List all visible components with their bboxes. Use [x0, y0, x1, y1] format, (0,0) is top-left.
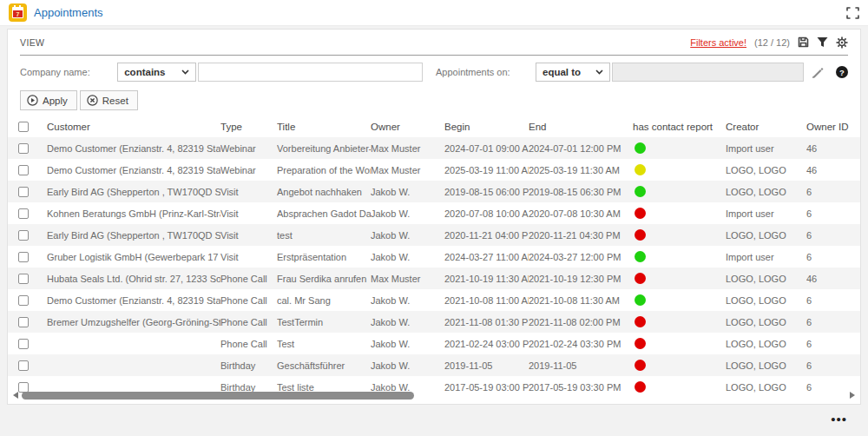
horizontal-scrollbar-thumb[interactable] — [22, 392, 414, 400]
cell-end: 2021-11-08 02:00 PM — [529, 317, 633, 327]
contact-report-status-dot — [635, 208, 646, 219]
more-menu-icon[interactable]: ••• — [831, 413, 847, 426]
cell-owner-id: 6 — [806, 230, 854, 241]
reset-button[interactable]: Reset — [80, 90, 138, 110]
cell-owner-id: 6 — [806, 252, 854, 262]
calendar-day-number: 7 — [13, 10, 23, 17]
contact-report-status-dot — [635, 294, 646, 306]
cell-end: 2024-03-27 12:00 PM — [529, 252, 633, 262]
table-row[interactable]: Early Bird AG (Shepperton , TW170QD Surr… — [8, 224, 860, 246]
select-all-checkbox[interactable] — [18, 122, 29, 132]
x-circle-icon — [87, 95, 98, 106]
cell-begin: 2024-03-27 11:00 AM — [444, 252, 529, 262]
cell-begin: 2021-10-08 11:00 AM — [444, 295, 529, 306]
cell-type: Birthday — [220, 360, 277, 371]
company-operator-select[interactable]: contains — [117, 63, 195, 82]
table-row[interactable]: Hubata Seals Ltd. (Ohrid str. 27, 1233 S… — [8, 268, 860, 289]
table-row[interactable]: Phone Call Test Jakob W. 2021-02-24 03:0… — [8, 333, 860, 354]
appointments-operator-select[interactable]: equal to — [536, 63, 610, 82]
row-checkbox[interactable] — [18, 143, 29, 154]
contact-report-status-dot — [635, 186, 646, 197]
page-title[interactable]: Appointments — [34, 6, 103, 19]
cell-type: Webinar — [220, 165, 277, 175]
col-header-end[interactable]: End — [529, 122, 633, 132]
cell-begin: 2020-11-21 04:00 PM — [444, 230, 529, 241]
contact-report-status-dot — [635, 338, 646, 349]
cell-owner-id: 46 — [806, 274, 854, 284]
row-checkbox[interactable] — [18, 165, 29, 175]
calendar-glyph: 7 — [12, 7, 23, 18]
row-checkbox[interactable] — [18, 295, 29, 306]
cell-customer: Kohnen Beratungs GmbH (Prinz-Karl-Straße… — [47, 208, 220, 219]
appointments-panel: VIEW Filters active! (12 / 12) — [7, 29, 861, 405]
col-header-owner[interactable]: Owner — [371, 122, 444, 132]
filter-row: Company name: contains Appointments on: … — [8, 56, 860, 87]
row-checkbox[interactable] — [18, 360, 29, 371]
row-checkbox[interactable] — [18, 317, 29, 327]
table-row[interactable]: Demo Customer (Enzianstr. 4, 82319 Starn… — [8, 137, 860, 159]
cell-customer: Bremer Umzugshelfer (Georg-Gröning-Straß… — [47, 317, 220, 327]
save-view-icon[interactable] — [798, 36, 809, 48]
cell-creator: LOGO, LOGO — [726, 230, 806, 241]
col-header-title[interactable]: Title — [277, 122, 371, 132]
table-row[interactable]: Birthday Geschäftsführer Jakob W. 2019-1… — [8, 354, 860, 376]
help-icon[interactable]: ? — [836, 66, 848, 78]
row-checkbox[interactable] — [18, 187, 29, 197]
company-operator-value: contains — [124, 67, 165, 77]
company-name-input[interactable] — [198, 63, 423, 82]
cell-owner-id: 6 — [806, 295, 854, 306]
table-row[interactable]: Demo Customer (Enzianstr. 4, 82319 Starn… — [8, 289, 860, 311]
row-checkbox[interactable] — [18, 274, 29, 284]
edit-pencil-icon[interactable] — [811, 66, 824, 79]
scroll-left-arrow-icon[interactable] — [13, 392, 18, 399]
cell-owner: Jakob W. — [371, 295, 444, 306]
play-circle-icon — [27, 95, 38, 106]
col-header-customer[interactable]: Customer — [47, 122, 220, 132]
col-header-creator[interactable]: Creator — [726, 122, 806, 132]
cell-owner-id: 46 — [806, 143, 854, 154]
col-header-type[interactable]: Type — [220, 122, 277, 132]
table-row[interactable]: Kohnen Beratungs GmbH (Prinz-Karl-Straße… — [8, 202, 860, 224]
cell-owner: Jakob W. — [371, 317, 444, 327]
cell-creator: LOGO, LOGO — [726, 317, 806, 327]
row-checkbox[interactable] — [18, 339, 29, 349]
row-checkbox[interactable] — [18, 208, 29, 219]
apply-button[interactable]: Apply — [20, 90, 77, 110]
col-header-owner-id[interactable]: Owner ID — [806, 122, 854, 132]
table-row[interactable]: Gruber Logistik GmbH (Gewerbepark 17 , 8… — [8, 246, 860, 268]
cell-customer: Gruber Logistik GmbH (Gewerbepark 17 , 8… — [47, 252, 220, 262]
cell-owner: Max Muster — [371, 143, 444, 154]
cell-begin: 2021-02-24 03:00 PM — [444, 339, 529, 349]
cell-end: 2020-11-21 04:30 PM — [529, 230, 633, 241]
cell-creator: LOGO, LOGO — [726, 339, 806, 349]
col-header-has-contact-report[interactable]: has contact report — [633, 122, 726, 132]
appointments-on-input[interactable] — [612, 63, 804, 82]
cell-customer: Hubata Seals Ltd. (Ohrid str. 27, 1233 S… — [47, 274, 220, 284]
cell-owner-id: 6 — [806, 317, 854, 327]
top-bar: 7 Appointments — [0, 0, 868, 26]
cell-title: Frau Serdika anrufen — [277, 274, 371, 284]
cell-begin: 2019-11-05 — [444, 360, 529, 371]
cell-creator: LOGO, LOGO — [726, 187, 806, 197]
settings-gear-icon[interactable] — [836, 36, 848, 49]
row-checkbox[interactable] — [18, 230, 29, 241]
horizontal-scrollbar-track[interactable] — [22, 392, 838, 400]
cell-title: TestTermin — [277, 317, 371, 327]
contact-report-status-dot — [635, 273, 646, 284]
cell-title: Erstpräsentation — [277, 252, 371, 262]
cell-title: Test — [277, 339, 371, 349]
cell-owner: Jakob W. — [371, 252, 444, 262]
cell-begin: 2021-11-08 01:30 PM — [444, 317, 529, 327]
fullscreen-icon[interactable] — [846, 7, 859, 19]
filter-funnel-icon[interactable] — [817, 36, 828, 48]
page-footer: ••• — [0, 405, 868, 433]
table-row[interactable]: Bremer Umzugshelfer (Georg-Gröning-Straß… — [8, 311, 860, 333]
row-checkbox[interactable] — [18, 252, 29, 262]
cell-customer: Demo Customer (Enzianstr. 4, 82319 Starn… — [47, 295, 220, 306]
col-header-begin[interactable]: Begin — [444, 122, 529, 132]
cell-owner-id: 46 — [806, 165, 854, 175]
table-row[interactable]: Early Bird AG (Shepperton , TW170QD Surr… — [8, 181, 860, 202]
table-row[interactable]: Demo Customer (Enzianstr. 4, 82319 Starn… — [8, 159, 860, 181]
filters-active-link[interactable]: Filters active! — [690, 37, 746, 48]
scroll-right-arrow-icon[interactable] — [850, 392, 855, 399]
